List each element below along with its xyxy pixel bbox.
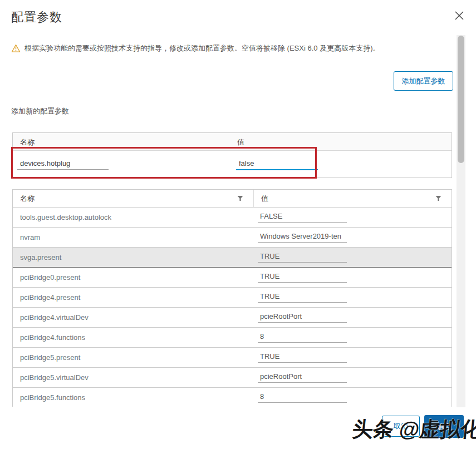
close-icon[interactable] bbox=[454, 10, 465, 21]
add-config-param-button[interactable]: 添加配置参数 bbox=[394, 71, 453, 91]
param-value-cell bbox=[258, 391, 347, 403]
param-name: pciBridge5.virtualDev bbox=[20, 373, 254, 382]
page-title: 配置参数 bbox=[11, 9, 62, 26]
column-header-name: 名称 bbox=[20, 137, 35, 147]
param-name: pciBridge4.functions bbox=[20, 333, 254, 342]
param-value-input[interactable] bbox=[258, 291, 347, 303]
param-value-cell bbox=[258, 231, 347, 243]
params-table-header: 名称 值 bbox=[13, 190, 452, 208]
params-table: 名称 值 tools.guest.desktop.autolocknvramsv… bbox=[12, 189, 452, 407]
table-row[interactable]: pciBridge4.functions bbox=[13, 328, 452, 348]
new-param-table: 名称 值 bbox=[12, 132, 452, 178]
param-name: svga.present bbox=[20, 253, 254, 261]
param-name: nvram bbox=[20, 233, 254, 241]
table-row[interactable]: pciBridge5.virtualDev bbox=[13, 368, 452, 388]
params-header-value-cell: 值 bbox=[254, 190, 452, 207]
params-header-name-cell: 名称 bbox=[13, 190, 254, 207]
column-header-name: 名称 bbox=[20, 194, 35, 204]
table-row[interactable]: pciBridge4.virtualDev bbox=[13, 308, 452, 328]
param-value-cell bbox=[258, 291, 347, 303]
filter-icon[interactable] bbox=[237, 195, 243, 201]
table-row[interactable]: tools.guest.desktop.autolock bbox=[13, 208, 452, 228]
warning-banner: 根据实验功能的需要或按照技术支持的指导，修改或添加配置参数。空值将被移除 (ES… bbox=[11, 43, 380, 53]
param-name: pciBridge4.present bbox=[20, 293, 254, 302]
new-param-name-input[interactable] bbox=[17, 158, 109, 170]
new-param-row bbox=[13, 151, 452, 177]
param-value-cell bbox=[258, 251, 347, 263]
cancel-button[interactable]: 取消 bbox=[382, 416, 420, 437]
filter-icon[interactable] bbox=[435, 195, 441, 201]
param-value-cell bbox=[258, 271, 347, 283]
param-value-input[interactable] bbox=[258, 331, 347, 343]
new-param-value-input[interactable] bbox=[236, 158, 318, 170]
param-value-input[interactable] bbox=[258, 391, 347, 403]
param-value-input[interactable] bbox=[258, 251, 347, 263]
table-row[interactable]: pciBridge0.present bbox=[13, 268, 452, 288]
scrollbar-track[interactable] bbox=[457, 35, 465, 407]
table-row[interactable]: pciBridge4.present bbox=[13, 288, 452, 308]
param-value-cell bbox=[258, 331, 347, 343]
params-table-container: 名称 值 tools.guest.desktop.autolocknvramsv… bbox=[12, 189, 452, 407]
param-value-cell bbox=[258, 351, 347, 363]
warning-icon bbox=[11, 44, 21, 53]
table-row[interactable]: nvram bbox=[13, 228, 452, 248]
params-table-body: tools.guest.desktop.autolocknvramsvga.pr… bbox=[13, 208, 452, 407]
param-value-input[interactable] bbox=[258, 211, 347, 223]
configure-parameters-dialog: 配置参数 根据实验功能的需要或按照技术支持的指导，修改或添加配置参数。空值将被移… bbox=[0, 0, 476, 449]
param-value-cell bbox=[258, 211, 347, 223]
param-value-cell bbox=[258, 371, 347, 383]
new-param-label: 添加新的配置参数 bbox=[11, 106, 69, 116]
param-name: pciBridge5.functions bbox=[20, 393, 254, 402]
param-value-input[interactable] bbox=[258, 271, 347, 283]
param-value-input[interactable] bbox=[258, 231, 347, 243]
column-header-value: 值 bbox=[261, 194, 268, 204]
ok-button[interactable]: 确定 bbox=[424, 415, 464, 438]
warning-text: 根据实验功能的需要或按照技术支持的指导，修改或添加配置参数。空值将被移除 (ES… bbox=[24, 43, 380, 53]
table-row[interactable]: pciBridge5.functions bbox=[13, 388, 452, 407]
param-name: pciBridge4.virtualDev bbox=[20, 313, 254, 322]
param-value-cell bbox=[258, 311, 347, 323]
table-row[interactable]: svga.present bbox=[13, 248, 452, 268]
scrollbar-thumb[interactable] bbox=[458, 36, 464, 163]
param-name: tools.guest.desktop.autolock bbox=[20, 213, 254, 221]
table-row[interactable]: pciBridge5.present bbox=[13, 348, 452, 368]
param-value-input[interactable] bbox=[258, 311, 347, 323]
column-header-value: 值 bbox=[237, 137, 244, 147]
param-name: pciBridge5.present bbox=[20, 353, 254, 362]
param-value-input[interactable] bbox=[258, 371, 347, 383]
new-param-table-header: 名称 值 bbox=[13, 133, 452, 151]
param-value-input[interactable] bbox=[258, 351, 347, 363]
param-name: pciBridge0.present bbox=[20, 273, 254, 282]
